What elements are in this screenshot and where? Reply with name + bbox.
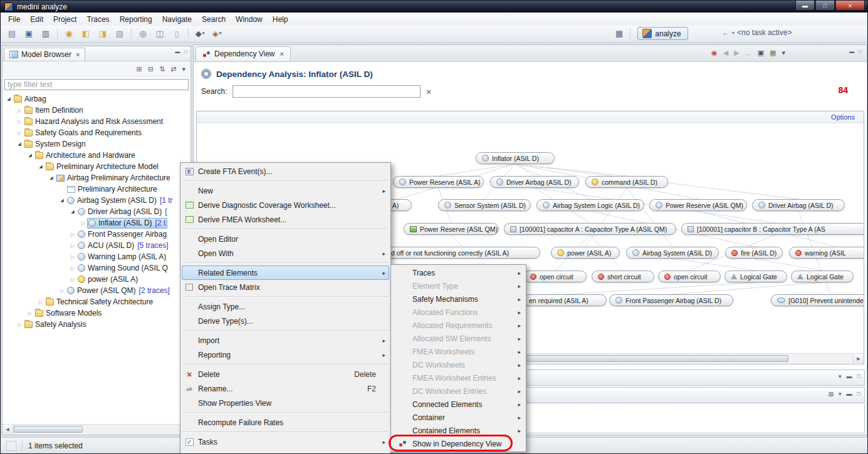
menu-item-open-with[interactable]: Open With▸	[182, 246, 389, 261]
expand-arrow-icon[interactable]: ◢	[5, 96, 13, 101]
expand-arrow-icon[interactable]: ▷	[16, 130, 23, 136]
perspective-analyze-button[interactable]: analyze	[637, 27, 688, 40]
tree-item-airbag-preliminary-architecture[interactable]: ◢Airbag Preliminary Architecture	[3, 172, 191, 183]
scroll-right-icon[interactable]: ▶	[853, 354, 864, 363]
expand-arrow-icon[interactable]: ◢	[48, 175, 55, 180]
copy-icon[interactable]: ▧	[112, 27, 128, 39]
maximize-icon[interactable]: □	[857, 391, 860, 397]
tree-item-power-asil-a[interactable]: ▷power (ASIL A)	[3, 274, 191, 285]
graph-node-d-off-or-not-functioning-correctly-asil-a[interactable]: d off or not functioning correctly (ASIL…	[385, 247, 540, 259]
close-window-button[interactable]: ×	[835, 1, 865, 11]
expand-arrow-icon[interactable]: ◢	[69, 209, 76, 214]
menu-search[interactable]: Search	[197, 14, 231, 25]
submenu-item-connected-elements[interactable]: Connected Elements▸	[392, 398, 525, 411]
tree-item-warning-sound-asil-q[interactable]: ▷Warning Sound (ASIL Q	[3, 262, 191, 274]
menu-item-related-elements[interactable]: Related Elements▸	[182, 266, 389, 280]
minimize-icon[interactable]: ▬	[847, 391, 852, 397]
submenu-item-container[interactable]: Container▸	[392, 411, 525, 424]
graph-node-100001-capacitor-b-capacitor-type-a-as[interactable]: [100001] capacitor B : Capacitor Type A …	[681, 223, 864, 235]
expand-arrow-icon[interactable]: ▷	[16, 322, 23, 328]
submenu-item-traces[interactable]: Traces▸	[392, 266, 525, 279]
menu-file[interactable]: File	[3, 14, 25, 25]
expand-arrow-icon[interactable]: ◢	[16, 142, 23, 147]
report-icon[interactable]: ▯	[169, 27, 185, 39]
expand-arrow-icon[interactable]: ◢	[58, 198, 66, 203]
tree-item-airbag-system-asil-d[interactable]: ◢Airbag System (ASIL D)[1 tr	[3, 195, 191, 206]
menu-item-open-editor[interactable]: Open Editor	[182, 232, 389, 246]
expand-arrow-icon[interactable]: ▷	[69, 266, 76, 271]
graph-node-warning-asil[interactable]: warning (ASIL	[789, 247, 864, 259]
graph-node-power-reserve-asil-a[interactable]: Power Reserve (ASIL A)	[393, 176, 484, 188]
tree-item-item-definition[interactable]: ▷Item Definition	[3, 105, 191, 116]
submenu-item-show-in-dependency-view[interactable]: Show in Dependency View	[392, 437, 525, 450]
graph-node-logical-gate[interactable]: Logical Gate	[724, 271, 787, 282]
menu-item-assign-type[interactable]: Assign Type...	[182, 299, 389, 314]
tree-item-inflator-asil-d[interactable]: ▷Inflator (ASIL D)[2 t	[3, 217, 191, 229]
menu-traces[interactable]: Traces	[81, 14, 114, 25]
graph-node-g010-prevent-unintended-d[interactable]: [G010] Prevent unintended d	[771, 294, 864, 306]
expand-arrow-icon[interactable]: ▷	[69, 232, 76, 237]
graph-node-100001-capacitor-a-capacitor-type-a-asil-qm[interactable]: [100001] capacitor A : Capacitor Type A …	[504, 223, 676, 235]
options-link[interactable]: Options	[831, 113, 855, 121]
menu-item-create-fta-event-s[interactable]: ECreate FTA Event(s)...	[182, 164, 389, 178]
graph-node-front-passenger-airbag-asil-d[interactable]: Front Passenger Airbag (ASIL D)	[609, 294, 733, 306]
export-icon[interactable]: →	[745, 49, 752, 57]
menu-item-reporting[interactable]: Reporting▸	[182, 348, 389, 362]
expand-arrow-icon[interactable]: ▷	[26, 311, 34, 316]
graph-node-fire-asil-d[interactable]: fire (ASIL D)	[725, 247, 783, 259]
expand-arrow-icon[interactable]: ▷	[69, 243, 76, 249]
graph-node-driver-airbag-asil-d[interactable]: Driver Airbag (ASIL D)	[752, 199, 845, 211]
search-input[interactable]	[233, 85, 421, 98]
scrollbar-thumb[interactable]	[14, 426, 83, 433]
sort-icon[interactable]: ⇅	[159, 65, 165, 73]
open-perspective-icon[interactable]: ▦	[615, 29, 623, 38]
expand-arrow-icon[interactable]: ▷	[16, 119, 23, 125]
expand-all-icon[interactable]: ⊞	[137, 65, 142, 73]
tab-dependency-view[interactable]: Dependency View ×	[196, 46, 291, 61]
view-menu-icon[interactable]: ▾	[839, 391, 842, 397]
menu-item-tasks[interactable]: ✓Tasks▸	[182, 435, 389, 449]
tree-item-system-design[interactable]: ◢System Design	[3, 138, 191, 150]
link-with-editor-icon[interactable]: ⇄	[170, 65, 176, 73]
chart-icon[interactable]: ▦	[770, 49, 776, 57]
graph-node-logical-gate[interactable]: Logical Gate	[791, 271, 854, 282]
graph-node-power-asil-a[interactable]: power (ASIL A)	[551, 247, 620, 259]
graph-node-en-required-asil-a[interactable]: en required (ASIL A)	[523, 294, 607, 306]
submenu-item-safety-mechanisms[interactable]: Safety Mechanisms▸	[392, 292, 525, 306]
expand-arrow-icon[interactable]: ▷	[69, 254, 76, 260]
task-back-icon[interactable]: ←	[722, 28, 729, 37]
tree-item-technical-safety-architecture[interactable]: ▷Technical Safety Architecture	[3, 296, 191, 307]
graph-node-power-reserve-asil-qm[interactable]: Power Reserve (ASIL QM)	[649, 199, 747, 211]
expand-arrow-icon[interactable]: ◢	[26, 153, 34, 158]
compare-icon[interactable]: ◫	[152, 27, 168, 39]
menu-item-recompute-failure-rates[interactable]: Recompute Failure Rates	[182, 415, 389, 430]
maximize-view-icon[interactable]: □	[859, 49, 862, 54]
toolbar-icon[interactable]: ▨	[829, 391, 834, 397]
pin-dependency-icon[interactable]: ◉	[711, 49, 718, 57]
back-icon[interactable]: ◀	[723, 49, 728, 57]
new-wizard-icon[interactable]: ▤	[4, 27, 20, 39]
clear-search-icon[interactable]: ×	[426, 87, 431, 96]
print-icon[interactable]: ▥	[38, 27, 54, 39]
menu-item-new[interactable]: New▸	[182, 183, 389, 198]
menu-item-derive-type-s[interactable]: Derive Type(s)...	[182, 314, 389, 328]
expand-arrow-icon[interactable]: ▷	[58, 288, 66, 294]
titlebar[interactable]: medini analyze ▬ □ ×	[1, 1, 867, 13]
menu-item-derive-diagnostic-coverage-worksheet[interactable]: Derive Diagnostic Coverage Worksheet...	[182, 198, 389, 212]
menu-reporting[interactable]: Reporting	[115, 14, 157, 25]
menu-item-delete[interactable]: ×DeleteDelete	[182, 367, 389, 381]
menu-item-open-trace-matrix[interactable]: Open Trace Matrix	[182, 280, 389, 294]
graph-node-airbag-system-asil-d[interactable]: Airbag System (ASIL D)	[626, 247, 719, 259]
tree-item-safety-analysis[interactable]: ▷Safety Analysis	[3, 319, 191, 330]
expand-arrow-icon[interactable]: ▷	[16, 108, 23, 113]
tree-item-hazard-analysis-and-risk-assessment[interactable]: ▷Hazard Analysis and Risk Assessment	[3, 116, 191, 127]
minimize-view-icon[interactable]: ▬	[175, 49, 180, 54]
import-model-icon[interactable]: ◨	[95, 27, 111, 39]
view-menu-icon[interactable]: ▾	[182, 65, 186, 73]
minimize-icon[interactable]: ▬	[847, 373, 852, 379]
maximize-icon[interactable]: □	[857, 373, 860, 379]
tree-item-driver-airbag-asil-d[interactable]: ◢Driver Airbag (ASIL D)[	[3, 206, 191, 217]
minimize-window-button[interactable]: ▬	[795, 1, 815, 11]
forward-icon[interactable]: ▶	[734, 49, 739, 57]
filter-input[interactable]	[4, 79, 189, 90]
